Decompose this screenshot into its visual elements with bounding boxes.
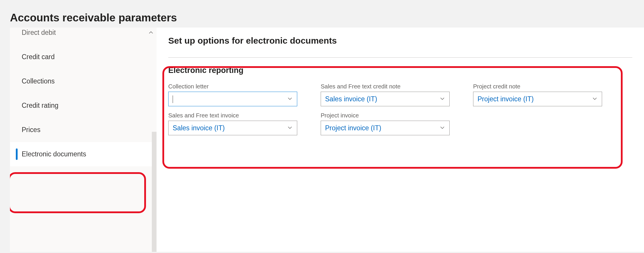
annotation-highlight-sidebar [10, 172, 146, 213]
project-invoice-select[interactable]: Project invoice (IT) [321, 121, 450, 135]
field-project-credit-note: Project credit note Project invoice (IT) [473, 83, 602, 106]
collection-letter-select[interactable] [168, 92, 297, 106]
combo-value: Sales invoice (IT) [325, 95, 437, 103]
sidebar: Direct debit Credit card Collections Cre… [10, 28, 157, 252]
sales-free-text-credit-note-select[interactable]: Sales invoice (IT) [321, 92, 450, 106]
project-credit-note-select[interactable]: Project invoice (IT) [473, 92, 602, 106]
content-area: Direct debit Credit card Collections Cre… [10, 28, 644, 252]
sidebar-item-label: Credit rating [22, 102, 58, 109]
sidebar-item-credit-rating[interactable]: Credit rating [10, 93, 157, 118]
section-title: Electronic reporting [168, 66, 632, 75]
field-label: Project credit note [473, 83, 602, 90]
field-label: Sales and Free text invoice [168, 112, 297, 119]
sidebar-item-label: Prices [22, 126, 40, 134]
chevron-down-icon [439, 125, 445, 131]
sidebar-item-credit-card[interactable]: Credit card [10, 45, 157, 69]
combo-value [173, 95, 285, 103]
sidebar-item-label: Electronic documents [22, 150, 86, 158]
sidebar-item-direct-debit[interactable]: Direct debit [10, 28, 157, 45]
sidebar-item-label: Direct debit [22, 29, 56, 36]
chevron-down-icon [592, 96, 598, 102]
sidebar-item-collections[interactable]: Collections [10, 69, 157, 93]
scrollbar-track[interactable] [152, 132, 157, 252]
scroll-up-icon[interactable] [149, 30, 153, 35]
chevron-down-icon [287, 96, 293, 102]
chevron-down-icon [439, 96, 445, 102]
field-project-invoice: Project invoice Project invoice (IT) [321, 112, 450, 135]
field-grid: Collection letter Sales and Free text cr… [168, 83, 632, 135]
chevron-down-icon [287, 125, 293, 131]
divider [168, 57, 632, 58]
field-label: Sales and Free text credit note [321, 83, 450, 90]
field-label: Collection letter [168, 83, 297, 90]
sidebar-item-electronic-documents[interactable]: Electronic documents [10, 142, 157, 166]
field-label: Project invoice [321, 112, 450, 119]
main-panel: Set up options for electronic documents … [157, 28, 644, 252]
field-sales-free-text-invoice: Sales and Free text invoice Sales invoic… [168, 112, 297, 135]
sidebar-item-prices[interactable]: Prices [10, 118, 157, 142]
combo-value: Sales invoice (IT) [173, 124, 285, 132]
combo-value: Project invoice (IT) [478, 95, 589, 103]
sidebar-item-label: Collections [22, 77, 55, 85]
field-collection-letter: Collection letter [168, 83, 297, 106]
text-cursor [173, 95, 173, 103]
field-sales-free-text-credit-note: Sales and Free text credit note Sales in… [321, 83, 450, 106]
sales-free-text-invoice-select[interactable]: Sales invoice (IT) [168, 121, 297, 135]
panel-heading: Set up options for electronic documents [168, 36, 632, 46]
page-title: Accounts receivable parameters [0, 0, 644, 28]
sidebar-item-label: Credit card [22, 53, 55, 61]
combo-value: Project invoice (IT) [325, 124, 437, 132]
